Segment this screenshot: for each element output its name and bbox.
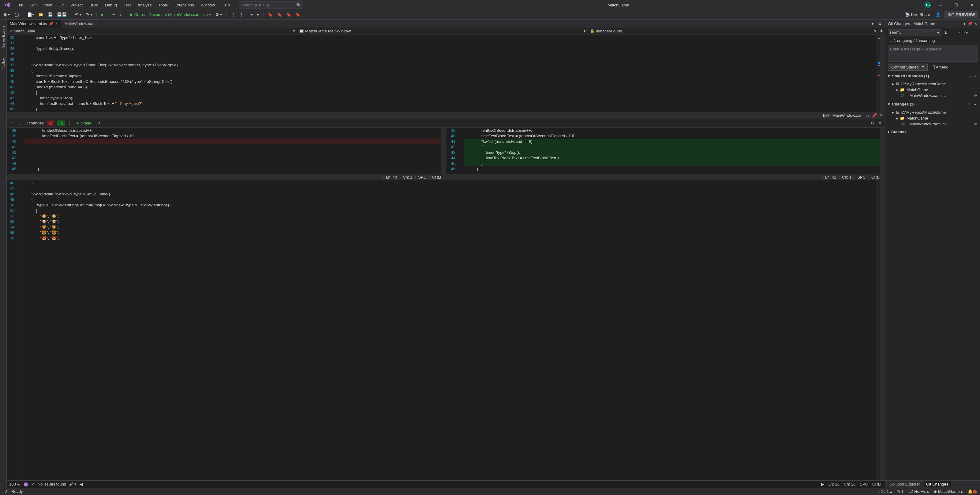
scrollbar-diff-left[interactable]: [441, 128, 445, 174]
tool2-icon[interactable]: ⬚: [237, 11, 243, 18]
output-icon[interactable]: 🗨: [3, 489, 7, 494]
menu-view[interactable]: View: [40, 2, 55, 9]
bookmark-prev-icon[interactable]: 🔖: [275, 11, 283, 18]
git-pin-icon[interactable]: 📌: [967, 21, 972, 26]
forward-button[interactable]: ◯: [13, 11, 21, 18]
menu-debug[interactable]: Debug: [102, 2, 120, 9]
menu-analyze[interactable]: Analyze: [134, 2, 154, 9]
menu-extensions[interactable]: Extensions: [172, 2, 197, 9]
prev-issue-icon[interactable]: ◀: [80, 482, 83, 486]
panel-tab-solution-explorer[interactable]: Solution Explorer: [887, 481, 923, 487]
menu-window[interactable]: Window: [198, 2, 218, 9]
notifications-icon[interactable]: 🔔1: [968, 489, 977, 494]
diff-left-pane[interactable]: 3839404142434445 tenthsOfSecondsElapsed+…: [7, 128, 446, 174]
tree-proj-2[interactable]: ▸ 📁 MatchGame: [892, 116, 978, 121]
scrollbar-diff-right[interactable]: [880, 128, 885, 174]
scrollbar-upper[interactable]: [880, 35, 885, 112]
diff-right-pane[interactable]: 3940414243444546 tenthsOfSecondsElapsed+…: [446, 128, 885, 174]
menu-file[interactable]: File: [13, 2, 26, 9]
tab-settings-icon[interactable]: ⚙: [877, 21, 883, 27]
menu-git[interactable]: Git: [56, 2, 67, 9]
menu-test[interactable]: Test: [121, 2, 134, 9]
minimize-button[interactable]: ─: [934, 0, 947, 10]
unstage-icon[interactable]: ─: [969, 74, 972, 78]
menu-edit[interactable]: Edit: [27, 2, 40, 9]
tree-file-staged[interactable]: C# MainWindow.xaml.csM: [892, 93, 978, 98]
health-icon[interactable]: ⬤: [24, 482, 28, 486]
back-button[interactable]: ◉ ▾: [2, 11, 12, 18]
changes-more-icon[interactable]: ⋯: [974, 102, 978, 106]
minimap-lower[interactable]: [876, 180, 880, 480]
close-button[interactable]: ✕: [965, 0, 979, 10]
undo-button[interactable]: ↶ ▾: [73, 11, 83, 18]
pencil-status[interactable]: ✎ 1: [897, 489, 904, 494]
tree-repo-2[interactable]: ▸ 🖥 C:\MyRepos\MatchGame: [892, 110, 978, 115]
tree-file-changes[interactable]: C# MainWindow.xaml.csM: [892, 121, 978, 127]
outdent-icon[interactable]: ≡: [256, 11, 261, 18]
feedback-icon[interactable]: 👤: [934, 11, 942, 18]
run-button[interactable]: ▶ Current Document (MainWindow.xaml.cs) …: [129, 11, 213, 18]
member-selector[interactable]: 🔒 matchesFound▾: [588, 27, 878, 35]
global-search[interactable]: 🔍: [239, 1, 303, 9]
live-share-button[interactable]: 📡 Live Share: [904, 11, 932, 18]
save-all-button[interactable]: 💾💾: [56, 11, 68, 18]
stage-all-icon[interactable]: ＋: [968, 101, 972, 107]
tree-repo[interactable]: ▸ 🖥 C:\MyRepos\MatchGame: [892, 81, 978, 87]
user-avatar[interactable]: TG: [924, 2, 931, 8]
staged-section-header[interactable]: ▾ Staged Changes (1) ─ ⋯: [888, 73, 978, 79]
brush-icon[interactable]: 🖌 ▾: [69, 482, 76, 486]
code-editor-lower[interactable]: 4647484950515253545556 } "kw">private "k…: [7, 180, 885, 480]
git-more-icon[interactable]: ⋯: [970, 30, 978, 36]
branch-status[interactable]: ⎇ HotFix ▴: [909, 489, 929, 494]
save-button[interactable]: 💾: [46, 11, 54, 18]
diff-prev-button[interactable]: ↑: [9, 120, 14, 126]
bookmark-next-icon[interactable]: 🔖: [285, 11, 293, 18]
menu-help[interactable]: Help: [218, 2, 233, 9]
step-button[interactable]: ⇥: [110, 11, 117, 18]
tab-pin-icon[interactable]: 📌: [49, 21, 54, 26]
sync-status[interactable]: ↑↓ 1 outgoing / 1 incoming: [888, 38, 978, 43]
sidetab-toolbox[interactable]: Toolbox: [1, 56, 6, 71]
code-editor-upper[interactable]: 3233343536373839404142434445 timer.Tick …: [7, 35, 885, 112]
menu-project[interactable]: Project: [67, 2, 86, 9]
split-button[interactable]: ✚: [878, 27, 885, 35]
maximize-button[interactable]: ☐: [950, 0, 963, 10]
changes-section-header[interactable]: ▾ Changes (1) ＋ ⋯: [888, 100, 978, 108]
tool-icon[interactable]: ⬚: [229, 11, 235, 18]
menu-build[interactable]: Build: [86, 2, 101, 9]
git-dropdown-icon[interactable]: ▾: [964, 21, 966, 26]
diff-pin-icon[interactable]: 📌: [872, 113, 877, 118]
zoom-label[interactable]: 100 %: [9, 482, 21, 486]
diff-next-button[interactable]: ↓: [18, 120, 23, 126]
diff-settings-icon[interactable]: ⚙: [869, 120, 876, 126]
panel-tab-git-changes[interactable]: Git Changes: [924, 481, 951, 487]
repo-status[interactable]: ◆ MatchGame ▴: [934, 489, 963, 494]
git-close-icon[interactable]: ✕: [974, 21, 978, 26]
revert-button[interactable]: ↺: [96, 120, 102, 126]
fetch-icon[interactable]: ⬇: [943, 30, 949, 36]
indent-icon[interactable]: ≡: [249, 11, 255, 18]
new-project-button[interactable]: 📄▾: [26, 11, 36, 18]
diff-more-icon[interactable]: ▾: [877, 120, 883, 126]
sync-status-bar[interactable]: ↑↓ 1 / 1 ▴: [876, 489, 892, 494]
search-input[interactable]: [241, 3, 296, 7]
redo-button[interactable]: ↷ ▾: [84, 11, 94, 18]
diff-close-icon[interactable]: ✕: [879, 113, 883, 118]
file-tab[interactable]: MainWindow.xaml: [61, 19, 99, 27]
push-icon[interactable]: ↑: [957, 30, 962, 36]
staged-more-icon[interactable]: ⋯: [974, 74, 978, 78]
pull-icon[interactable]: ↓: [950, 30, 956, 36]
sidetab-server-explorer[interactable]: Server Explorer: [1, 23, 6, 49]
commit-message-input[interactable]: Enter a message <Required>: [888, 44, 978, 62]
tab-list-button[interactable]: ▾: [870, 21, 875, 27]
scrollbar-lower[interactable]: [880, 180, 885, 480]
tab-close-icon[interactable]: ✕: [56, 22, 58, 26]
config-button[interactable]: ⚙ ▾: [214, 11, 224, 18]
class-selector[interactable]: 🔲 MatchGame.MainWindow▾: [297, 27, 588, 35]
file-tab[interactable]: MainWindow.xaml.cs 📌 ✕: [7, 19, 61, 27]
stage-button[interactable]: ＋ Stage: [74, 119, 93, 127]
open-button[interactable]: 📂: [37, 11, 45, 18]
tree-proj[interactable]: ▸ 📁 MatchGame: [892, 87, 978, 92]
minimap-upper[interactable]: [876, 35, 880, 112]
amend-checkbox[interactable]: Amend: [931, 65, 948, 70]
